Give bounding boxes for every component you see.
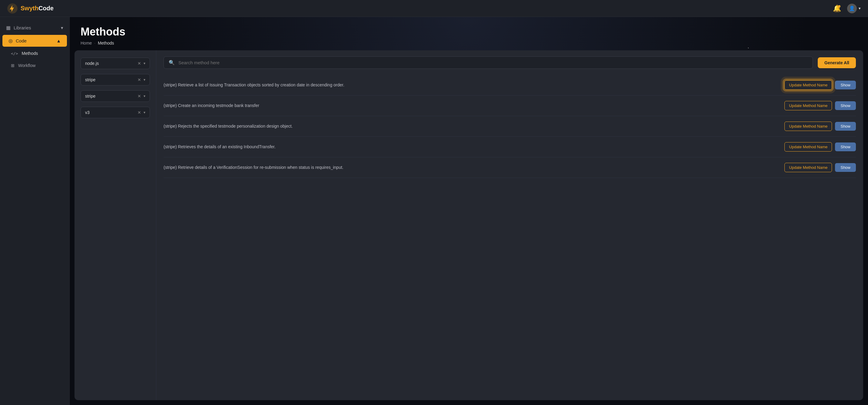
notification-button[interactable]: 🔔: [833, 4, 841, 12]
chevron-down-icon[interactable]: ▾: [144, 110, 145, 115]
table-row: (stripe) Retrieve a list of Issuing Tran…: [163, 75, 856, 95]
method-actions: Update Method Name Show: [784, 121, 856, 131]
sidebar-item-libraries[interactable]: ▦ Libraries ▾: [0, 22, 69, 34]
page-header: Methods Home ◦ Methods: [70, 17, 868, 50]
filter-value: node.js: [85, 61, 99, 66]
main-layout: ▦ Libraries ▾ ◎ Code ▲ </> Methods ⊞ Wor…: [0, 17, 868, 405]
breadcrumb-separator: ◦: [94, 41, 95, 45]
search-icon: 🔍: [169, 60, 175, 65]
filters-column: node.js ✕ ▾ stripe ✕ ▾ s: [74, 50, 156, 400]
method-description: (stripe) Retrieve a list of Issuing Tran…: [163, 82, 780, 88]
table-row: (stripe) Create an incoming testmode ban…: [163, 95, 856, 116]
filter-clear-icon[interactable]: ✕: [137, 110, 141, 115]
search-input[interactable]: [178, 60, 808, 65]
generate-all-button[interactable]: Generate All: [818, 57, 856, 68]
chevron-up-icon: ▲: [56, 38, 61, 44]
main-panel: node.js ✕ ▾ stripe ✕ ▾ s: [74, 50, 863, 400]
filter-value: stripe: [85, 94, 95, 98]
method-actions: Update Method Name Show: [784, 101, 856, 110]
table-row: (stripe) Rejects the specified testmode …: [163, 116, 856, 137]
topnav-right: 🔔 👤 ▾: [833, 4, 861, 13]
chevron-down-icon: ▾: [61, 25, 63, 31]
libraries-icon: ▦: [6, 25, 10, 31]
show-button[interactable]: Show: [835, 81, 856, 89]
sidebar-sub-label: Workflow: [18, 63, 35, 68]
content-inner: Methods Home ◦ Methods node.js ✕ ▾: [70, 17, 868, 405]
code-icon: ◎: [8, 38, 13, 44]
user-menu-button[interactable]: 👤 ▾: [847, 4, 861, 13]
method-description: (stripe) Retrieve details of a Verificat…: [163, 164, 780, 171]
filter-clear-icon[interactable]: ✕: [137, 61, 141, 66]
method-description: (stripe) Retrieves the details of an exi…: [163, 144, 780, 150]
table-row: (stripe) Retrieves the details of an exi…: [163, 137, 856, 157]
methods-list: (stripe) Retrieve a list of Issuing Tran…: [163, 75, 856, 394]
method-description: (stripe) Create an incoming testmode ban…: [163, 103, 780, 109]
logo: SwythCode: [7, 3, 54, 13]
methods-icon: </>: [11, 51, 18, 56]
method-actions: Update Method Name Show: [784, 142, 856, 151]
method-description: (stripe) Rejects the specified testmode …: [163, 123, 780, 129]
sidebar-item-label: Libraries: [13, 25, 31, 30]
update-method-button[interactable]: Update Method Name: [784, 80, 832, 90]
search-row: 🔍 Generate All: [163, 56, 856, 69]
update-method-button[interactable]: Update Method Name: [784, 101, 832, 110]
chevron-down-icon: ▾: [859, 6, 861, 10]
chevron-down-icon[interactable]: ▾: [144, 61, 145, 65]
topnav: SwythCode 🔔 👤 ▾: [0, 0, 868, 17]
logo-icon: [7, 3, 18, 13]
method-actions: Update Method Name Show: [784, 163, 856, 172]
show-button[interactable]: Show: [835, 101, 856, 110]
logo-text: SwythCode: [21, 5, 54, 12]
filter-clear-icon[interactable]: ✕: [137, 94, 141, 98]
sidebar-item-code[interactable]: ◎ Code ▲: [2, 35, 67, 47]
search-box: 🔍: [163, 56, 813, 69]
chevron-down-icon[interactable]: ▾: [144, 78, 145, 82]
breadcrumb-current: Methods: [98, 40, 114, 46]
show-button[interactable]: Show: [835, 122, 856, 131]
filter-nodejs[interactable]: node.js ✕ ▾: [81, 58, 150, 69]
sidebar-item-label: Code: [16, 38, 27, 44]
sidebar-item-workflow[interactable]: ⊞ Workflow: [0, 60, 69, 71]
filter-stripe-2[interactable]: stripe ✕ ▾: [81, 90, 150, 102]
chevron-down-icon[interactable]: ▾: [144, 94, 145, 98]
show-button[interactable]: Show: [835, 143, 856, 151]
content-area: Methods Home ◦ Methods node.js ✕ ▾: [70, 17, 868, 405]
sidebar-item-methods[interactable]: </> Methods: [0, 48, 69, 59]
show-button[interactable]: Show: [835, 163, 856, 172]
sidebar-sub-label: Methods: [22, 51, 38, 56]
breadcrumb-home[interactable]: Home: [81, 40, 92, 46]
filter-value: v3: [85, 110, 90, 115]
filter-clear-icon[interactable]: ✕: [137, 77, 141, 82]
workflow-icon: ⊞: [11, 63, 14, 68]
filter-value: stripe: [85, 77, 95, 82]
page-title: Methods: [81, 26, 857, 38]
avatar: 👤: [847, 4, 857, 13]
update-method-button[interactable]: Update Method Name: [784, 142, 832, 151]
notification-dot: [838, 5, 840, 7]
update-method-button[interactable]: Update Method Name: [784, 121, 832, 131]
sidebar: ▦ Libraries ▾ ◎ Code ▲ </> Methods ⊞ Wor…: [0, 17, 70, 405]
filter-v3[interactable]: v3 ✕ ▾: [81, 107, 150, 118]
update-method-button[interactable]: Update Method Name: [784, 163, 832, 172]
filter-stripe-1[interactable]: stripe ✕ ▾: [81, 74, 150, 86]
table-row: (stripe) Retrieve details of a Verificat…: [163, 157, 856, 178]
methods-column: 🔍 Generate All (stripe) Retrieve a list …: [156, 50, 863, 400]
method-actions: Update Method Name Show: [784, 80, 856, 90]
breadcrumb: Home ◦ Methods: [81, 40, 857, 46]
